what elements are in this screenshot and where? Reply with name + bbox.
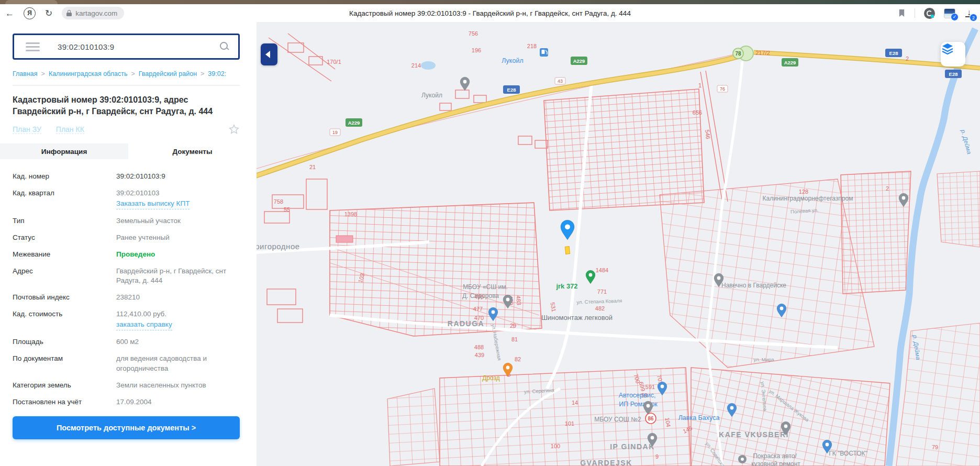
lock-icon bbox=[66, 10, 72, 16]
view-documents-button[interactable]: Посмотреть доступные документы > bbox=[13, 416, 240, 439]
map-container: А229А229А229Е28Е28Е28 431976 75619621821… bbox=[257, 22, 980, 466]
info-action-link[interactable]: заказать справку bbox=[116, 320, 172, 330]
info-row: Кад. квартал39:02:010103Заказать выписку… bbox=[13, 188, 240, 209]
map-label: KAFE VKUSBERI bbox=[719, 430, 789, 439]
breadcrumb-link[interactable]: 39:02: bbox=[208, 70, 226, 77]
info-row: СтатусРанее учтенный bbox=[13, 233, 240, 243]
map-label: Покраска авто/ bbox=[753, 452, 797, 460]
info-row: Кад. стоимость112,410.00 руб.заказать сп… bbox=[13, 309, 240, 330]
map-label: ул. Мира bbox=[753, 357, 774, 362]
number-badge: 86 bbox=[648, 416, 654, 421]
map-label: 14 bbox=[572, 400, 578, 406]
map-label: 82 bbox=[515, 356, 521, 362]
breadcrumb-link[interactable]: Гвардейский район bbox=[139, 70, 197, 77]
info-value: 238210 bbox=[116, 293, 240, 303]
plan-link[interactable]: План КК bbox=[56, 125, 84, 134]
info-label: Тип bbox=[13, 216, 116, 226]
back-icon[interactable]: ← bbox=[5, 9, 14, 18]
map-label: МБОУ СОШ №2 bbox=[594, 416, 641, 423]
map-label: Дрозд bbox=[482, 374, 500, 382]
map-label: 81 bbox=[511, 336, 518, 342]
map-label: 1484 bbox=[596, 267, 608, 273]
browser-window: { "browser": { "url": "kartagov.com", "p… bbox=[0, 0, 980, 466]
map-label: 656 bbox=[693, 109, 702, 116]
info-tabs: ИнформацияДокументы bbox=[0, 143, 257, 159]
screenshot-icon[interactable]: ✓ bbox=[944, 8, 955, 18]
map-label: 488 bbox=[474, 344, 484, 350]
address-bar[interactable]: kartagov.com bbox=[62, 7, 124, 19]
pond bbox=[421, 61, 436, 70]
poi-pin[interactable] bbox=[738, 455, 747, 463]
plan-link[interactable]: План ЗУ bbox=[13, 125, 41, 134]
map-label: Калининградморнефтегазпром bbox=[763, 195, 853, 202]
info-row: Площадь600 м2 bbox=[13, 337, 240, 347]
search-input[interactable] bbox=[57, 42, 219, 52]
map-label: МБОУ «СШ им. bbox=[463, 283, 508, 291]
info-row: Почтовый индекс238210 bbox=[13, 293, 240, 303]
info-value: 17.09.2004 bbox=[116, 397, 240, 407]
browser-tab[interactable] bbox=[5, 0, 58, 4]
map-label: 218 bbox=[527, 43, 537, 49]
map-label: 758 bbox=[274, 198, 283, 205]
download-icon[interactable]: ↓2 bbox=[964, 8, 974, 18]
map-label: 756 bbox=[469, 30, 478, 37]
map-label: Шиномонтаж легковой bbox=[541, 314, 612, 321]
map-label: 128 bbox=[799, 188, 808, 195]
map-label: IP GINDAK bbox=[610, 442, 655, 451]
road-shield: Е28 bbox=[507, 87, 516, 93]
tab-documents[interactable]: Документы bbox=[128, 143, 257, 159]
map-label: 2 bbox=[886, 185, 889, 192]
info-label: Категория земель bbox=[13, 381, 116, 391]
info-value: Земли населенных пунктов bbox=[116, 381, 240, 391]
download-count-badge: 2 bbox=[970, 14, 977, 21]
info-label: Адрес bbox=[13, 267, 116, 286]
window-top-strip bbox=[0, 0, 980, 4]
parcel-title: Кадастровый номер 39:02:010103:9, адрес … bbox=[13, 94, 240, 117]
road-km-mark: 43 bbox=[558, 79, 563, 84]
map-label: 217/2 bbox=[755, 50, 770, 56]
map-label: 1398 bbox=[344, 211, 357, 217]
breadcrumb-link[interactable]: Калининградская область bbox=[49, 70, 128, 77]
layers-icon bbox=[941, 42, 954, 56]
map-label: 546 bbox=[704, 129, 711, 140]
info-label: Кад. номер bbox=[13, 172, 116, 182]
map-layers-button[interactable] bbox=[941, 42, 965, 66]
road-shield: Е28 bbox=[889, 50, 898, 56]
info-row: Постановлен на учёт17.09.2004 bbox=[13, 397, 240, 407]
info-value: 600 м2 bbox=[116, 337, 240, 347]
info-value: 39:02:010103:9 bbox=[116, 172, 240, 182]
info-row: МежеваниеПроведено bbox=[13, 250, 240, 260]
map-label: RADUGA bbox=[448, 319, 484, 328]
search-icon[interactable] bbox=[219, 41, 230, 52]
yandex-browser-icon[interactable]: Я bbox=[24, 7, 36, 19]
search-box[interactable] bbox=[13, 34, 240, 60]
breadcrumb-separator: > bbox=[201, 70, 204, 77]
parcel-info-panel: Главная>Калининградская область>Гвардейс… bbox=[0, 22, 257, 466]
selected-parcel-marker[interactable] bbox=[565, 247, 570, 254]
info-value: Проведено bbox=[116, 250, 240, 260]
cadastral-map[interactable]: А229А229А229Е28Е28Е28 431976 75619621821… bbox=[257, 22, 980, 466]
map-label: 771 bbox=[597, 289, 607, 295]
breadcrumb-separator: > bbox=[131, 70, 135, 77]
map-label: 29 bbox=[510, 323, 516, 329]
refresh-icon[interactable]: ↻ bbox=[45, 9, 52, 18]
buildings bbox=[336, 236, 353, 242]
info-row: ТипЗемельный участок bbox=[13, 216, 240, 226]
favorite-star-icon[interactable] bbox=[228, 124, 240, 135]
road-shield: А229 bbox=[573, 58, 585, 64]
tab-information[interactable]: Информация bbox=[0, 143, 128, 159]
map-label: Лавка Бахуса bbox=[678, 414, 720, 421]
map-label: 1 bbox=[698, 82, 701, 88]
map-label: Пригородное bbox=[257, 242, 300, 251]
collapse-panel-button[interactable] bbox=[261, 43, 277, 65]
breadcrumb-link[interactable]: Главная bbox=[13, 70, 38, 77]
map-label: 482 bbox=[595, 305, 605, 312]
info-row: АдресГвардейский р-н, г Гвардейск, снт Р… bbox=[13, 267, 240, 286]
info-action-link[interactable]: Заказать выписку КПТ bbox=[116, 199, 190, 209]
extension-icon[interactable] bbox=[924, 8, 935, 19]
fuel-station-icon[interactable] bbox=[540, 48, 548, 57]
map-label: GVARDEJSK bbox=[580, 459, 632, 466]
bookmark-icon[interactable] bbox=[898, 9, 906, 18]
info-label: Площадь bbox=[13, 337, 116, 347]
menu-icon[interactable] bbox=[26, 42, 40, 51]
